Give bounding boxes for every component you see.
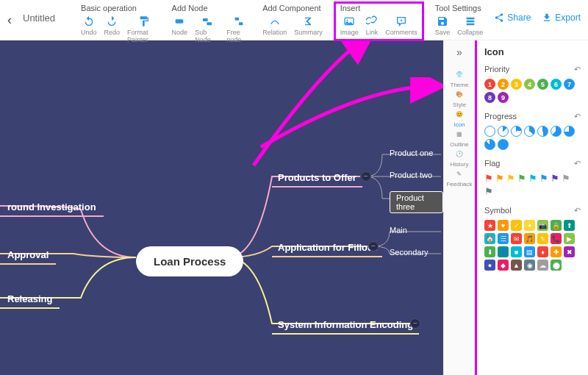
symbol-1[interactable]: ♥: [498, 220, 509, 231]
export-icon: [542, 12, 552, 23]
flag-4[interactable]: ⚑: [528, 173, 537, 184]
expand-dot[interactable]: −: [410, 318, 420, 329]
flag-0[interactable]: ⚑: [484, 173, 493, 184]
tool-sum[interactable]: Summary: [294, 15, 323, 36]
symbol-12[interactable]: 📞: [551, 233, 562, 244]
node-left-0[interactable]: round Investigation: [0, 199, 104, 217]
tool-redo[interactable]: Redo: [104, 15, 121, 43]
symbol-26[interactable]: ⬤: [551, 260, 562, 271]
expand-dot[interactable]: −: [368, 241, 379, 251]
flag-1[interactable]: ⚑: [495, 173, 504, 184]
priority-8[interactable]: 8: [484, 92, 495, 103]
node-right-2[interactable]: System Information Encoding: [272, 316, 419, 335]
export-button[interactable]: Export: [542, 12, 581, 23]
symbol-9[interactable]: ✉: [511, 233, 522, 244]
sidetab-theme[interactable]: 👕Theme: [446, 68, 472, 88]
tool-freenode[interactable]: Free node: [226, 15, 251, 43]
tool-img[interactable]: Image: [340, 15, 359, 36]
undo-icon[interactable]: ↶: [574, 206, 581, 215]
node-leaf[interactable]: Main: [390, 224, 407, 236]
collapse-panel-button[interactable]: »: [456, 46, 462, 58]
tool-subnode[interactable]: Sub Node: [195, 15, 219, 43]
symbol-25[interactable]: ☁: [537, 260, 548, 271]
node-center[interactable]: Loan Process: [136, 246, 243, 276]
priority-7[interactable]: 7: [564, 79, 575, 90]
symbol-23[interactable]: ▲: [511, 260, 522, 271]
node-leaf[interactable]: Product two: [390, 169, 432, 181]
node-leaf[interactable]: Secondary: [390, 246, 429, 258]
priority-4[interactable]: 4: [524, 79, 535, 90]
symbol-11[interactable]: ✎: [537, 233, 548, 244]
symbol-10[interactable]: 🎵: [524, 233, 535, 244]
symbol-15[interactable]: 👤: [498, 246, 509, 257]
share-button[interactable]: Share: [494, 12, 531, 23]
undo-icon[interactable]: ↶: [574, 159, 581, 168]
sidetab-outline[interactable]: ▦Outline: [446, 128, 472, 148]
node-right-0[interactable]: Products to Offer: [272, 169, 362, 188]
symbol-22[interactable]: ◆: [498, 260, 509, 271]
priority-6[interactable]: 6: [551, 79, 562, 90]
symbol-24[interactable]: ◉: [524, 260, 535, 271]
undo-icon[interactable]: ↶: [574, 112, 581, 121]
sidetab-feedback[interactable]: ✎Feedback: [446, 168, 472, 188]
progress-7[interactable]: [484, 139, 495, 150]
flag-6[interactable]: ⚑: [551, 173, 559, 184]
expand-dot[interactable]: −: [361, 171, 371, 182]
priority-2[interactable]: 2: [498, 79, 509, 90]
symbol-20[interactable]: ✖: [564, 246, 575, 257]
progress-3[interactable]: [524, 126, 535, 137]
node-left-1[interactable]: Approval: [0, 246, 56, 265]
undo-icon[interactable]: ↶: [574, 65, 581, 74]
symbol-2[interactable]: ✓: [511, 220, 522, 231]
tool-comment[interactable]: Comments: [385, 15, 417, 36]
tool-link[interactable]: Link: [366, 15, 379, 36]
symbol-3[interactable]: ✦: [524, 220, 535, 231]
symbol-18[interactable]: ♦: [537, 246, 548, 257]
document-title[interactable]: Untitled: [23, 12, 55, 24]
back-button[interactable]: ‹: [7, 12, 12, 28]
symbol-6[interactable]: ⬆: [564, 220, 575, 231]
priority-3[interactable]: 3: [511, 79, 522, 90]
priority-5[interactable]: 5: [537, 79, 548, 90]
progress-1[interactable]: [498, 126, 509, 137]
tool-paint[interactable]: Format Painter: [127, 15, 161, 43]
flag-3[interactable]: ⚑: [517, 173, 526, 184]
symbol-14[interactable]: ⬇: [484, 246, 495, 257]
tool-undo[interactable]: Undo: [81, 15, 97, 43]
priority-1[interactable]: 1: [484, 79, 495, 90]
node-left-2[interactable]: Releasing: [0, 290, 60, 309]
priority-9[interactable]: 9: [498, 92, 509, 103]
symbol-4[interactable]: 📷: [537, 220, 548, 231]
tool-label: Comments: [385, 29, 417, 36]
progress-5[interactable]: [551, 126, 562, 137]
tool-node[interactable]: Node: [172, 15, 188, 43]
flag-7[interactable]: ⚑: [562, 173, 570, 184]
node-leaf[interactable]: Product one: [390, 147, 433, 159]
symbol-21[interactable]: ●: [484, 260, 495, 271]
progress-2[interactable]: [511, 126, 522, 137]
symbol-8[interactable]: ☰: [498, 233, 509, 244]
sidetab-history[interactable]: 🕐History: [446, 148, 472, 168]
symbol-16[interactable]: ■: [511, 246, 522, 257]
node-leaf[interactable]: Product three: [390, 191, 443, 213]
sidetab-style[interactable]: 🎨Style: [446, 88, 472, 108]
tool-save[interactable]: Save: [435, 15, 451, 36]
tool-collapse[interactable]: Collapse: [457, 15, 483, 36]
flag-2[interactable]: ⚑: [506, 173, 515, 184]
node-right-1[interactable]: Application for Fillout: [272, 239, 382, 257]
progress-6[interactable]: [564, 126, 575, 137]
progress-8[interactable]: [498, 139, 509, 150]
symbol-13[interactable]: ▶: [564, 233, 575, 244]
progress-0[interactable]: [484, 126, 495, 137]
symbol-17[interactable]: ▤: [524, 246, 535, 257]
symbol-5[interactable]: 🔒: [551, 220, 562, 231]
symbol-19[interactable]: ✚: [551, 246, 562, 257]
sidetab-icon[interactable]: 😊Icon: [446, 108, 472, 128]
symbol-0[interactable]: ★: [484, 220, 495, 231]
flag-5[interactable]: ⚑: [539, 173, 548, 184]
progress-4[interactable]: [537, 126, 548, 137]
canvas[interactable]: Loan Process round InvestigationApproval…: [0, 40, 443, 375]
tool-rel[interactable]: Relation: [262, 15, 287, 36]
symbol-7[interactable]: 🏠: [484, 233, 495, 244]
flag-8[interactable]: ⚑: [484, 186, 493, 197]
